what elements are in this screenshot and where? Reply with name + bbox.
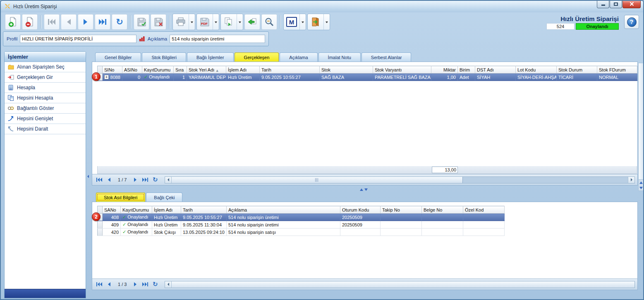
vscroll-up-arrow[interactable] <box>639 180 643 185</box>
col-oturum-kodu[interactable]: Oturum Kodu <box>340 206 381 214</box>
col-islem-adi[interactable]: İşlem Adı <box>226 66 260 74</box>
col-ozel-kod[interactable]: Özel Kod <box>463 206 505 214</box>
sidebar-item-gerceklesen-gir[interactable]: Gerçekleşen Gir <box>5 72 86 83</box>
print-button[interactable] <box>173 14 189 30</box>
tab-stok-asil-bilgileri[interactable]: Stok Asıl Bilgileri <box>96 193 145 202</box>
refresh-button[interactable]: ↻ <box>112 14 127 30</box>
horizontal-scrollbar[interactable] <box>165 176 635 183</box>
profil-input[interactable] <box>20 35 136 43</box>
col-takip-no[interactable]: Takip No <box>381 206 422 214</box>
tab-bagli-islemler[interactable]: Bağlı İşlemler <box>187 52 234 62</box>
col-aciklama[interactable]: Açıklama <box>227 206 340 214</box>
col-sano[interactable]: SANo <box>103 206 121 214</box>
pager-last-button[interactable] <box>141 280 150 288</box>
previous-record-button[interactable] <box>61 14 77 30</box>
col-asino[interactable]: ASINo <box>122 66 142 74</box>
vscroll-thumb[interactable] <box>639 63 643 180</box>
col-islem-adi[interactable]: İşlem Adı <box>152 206 181 214</box>
m-menu-dropdown[interactable] <box>299 14 306 30</box>
col-kayitdurumu[interactable]: KayıtDurumu <box>121 206 152 214</box>
col-stok-durum[interactable]: Stok Durum <box>557 66 597 74</box>
first-record-button[interactable] <box>44 14 60 30</box>
next-record-button[interactable] <box>78 14 93 30</box>
row-expander[interactable]: + <box>104 75 109 79</box>
copy-dropdown[interactable] <box>237 14 243 30</box>
exit-button[interactable] <box>308 14 323 30</box>
scrollbar-track[interactable] <box>463 177 628 183</box>
panel-splitter[interactable] <box>358 187 369 192</box>
help-button[interactable]: ? <box>624 15 639 29</box>
form-meta: Hızlı Üretim Siparişi 524 Onaylandı <box>546 14 619 30</box>
horizontal-scrollbar[interactable] <box>165 281 635 288</box>
tab-serbest-alanlar[interactable]: Serbest Alanlar <box>362 52 412 62</box>
scroll-left-arrow[interactable] <box>165 281 172 288</box>
sidebar-item-hesapla[interactable]: Hesapla <box>5 83 86 93</box>
col-stok-varyanti[interactable]: Stok Varyantı <box>373 66 431 74</box>
sidebar-item-baglantili-goster[interactable]: Bağlantılı Göster <box>5 103 86 114</box>
splitter-grip[interactable] <box>86 171 90 182</box>
save-button[interactable] <box>134 14 149 30</box>
maximize-button[interactable] <box>610 0 622 8</box>
pager-refresh-button[interactable]: ↻ <box>151 176 160 184</box>
col-tarih[interactable]: Tarih <box>181 206 227 214</box>
tab-genel-bilgiler[interactable]: Genel Bilgiler <box>95 52 141 62</box>
col-stok-yeri-adi[interactable]: Stok Yeri Adı▲ <box>187 66 226 74</box>
vertical-splitter[interactable] <box>86 51 90 298</box>
minimize-button[interactable] <box>597 0 609 8</box>
sub-grid-row[interactable]: 420 ✓Onaylandı Stok Çıkışı 13.05.2025 09… <box>98 229 505 236</box>
col-kayitdurumu[interactable]: KayıtDurumu <box>142 66 174 74</box>
scroll-right-arrow[interactable] <box>628 177 634 183</box>
col-miktar[interactable]: Miktar <box>431 66 458 74</box>
col-tarih[interactable]: Tarih <box>260 66 320 74</box>
copy-button[interactable] <box>221 14 237 30</box>
scrollbar-thumb[interactable] <box>172 177 462 183</box>
col-belge-no[interactable]: Belge No <box>422 206 463 214</box>
scrollbar-thumb[interactable] <box>172 281 634 288</box>
sidebar-item-alinan-siparisten-sec[interactable]: Alınan Siparişten Seç <box>5 62 86 72</box>
tab-stok-bilgileri[interactable]: Stok Bilgileri <box>142 52 186 62</box>
col-sira[interactable]: Sıra <box>174 66 187 74</box>
col-sino[interactable]: SINo <box>103 66 122 74</box>
delete-record-button[interactable] <box>22 14 38 30</box>
main-grid-row[interactable]: +8088 0 ✓Onaylandı 1 YARIMAMUL DEPO Hızl… <box>98 74 637 81</box>
sub-grid-row[interactable]: 408 ✓Onaylandı Hızlı Üretim 9.05.2025 10… <box>98 214 505 221</box>
pager-last-button[interactable] <box>141 176 150 184</box>
sidebar-item-hepsini-daralt[interactable]: Hepsini Daralt <box>5 124 86 134</box>
pager-prev-button[interactable] <box>105 280 114 288</box>
pager-next-button[interactable] <box>131 280 140 288</box>
print-dropdown[interactable] <box>189 14 195 30</box>
tab-imalat-notu[interactable]: İmalat Notu <box>318 52 361 62</box>
pager-next-button[interactable] <box>131 176 140 184</box>
sidebar-item-hepsini-genislet[interactable]: Hepsini Genişlet <box>5 114 86 124</box>
close-button[interactable] <box>622 0 641 8</box>
aciklama-input[interactable] <box>170 35 265 43</box>
col-stok[interactable]: Stok <box>320 66 373 74</box>
profile-lookup-icon[interactable] <box>139 36 145 43</box>
pager-first-button[interactable] <box>95 176 104 184</box>
col-stok-fdurum[interactable]: Stok FDurum <box>597 66 637 74</box>
tab-bagli-ceki[interactable]: Bağlı Çeki <box>146 193 182 202</box>
new-record-button[interactable] <box>5 14 21 30</box>
col-lot-kodu[interactable]: Lot Kodu <box>516 66 557 74</box>
last-record-button[interactable] <box>95 14 110 30</box>
sidebar-item-hepsini-hesapla[interactable]: Hepsini Hesapla <box>5 93 86 103</box>
m-menu-button[interactable]: M <box>284 14 299 30</box>
vscroll-down-arrow[interactable] <box>639 185 643 190</box>
sub-grid-row[interactable]: 409 ✓Onaylandı Hızlı Üretim 9.05.2025 11… <box>98 221 505 229</box>
pdf-dropdown[interactable] <box>213 14 219 30</box>
pager-prev-button[interactable] <box>105 176 114 184</box>
exit-dropdown[interactable] <box>323 14 330 30</box>
exit-door-icon <box>310 17 321 27</box>
search-button[interactable] <box>261 14 277 30</box>
col-birim[interactable]: Birim <box>458 66 475 74</box>
scroll-left-arrow[interactable] <box>165 177 172 183</box>
pdf-export-button[interactable]: PDF <box>197 14 213 30</box>
pager-first-button[interactable] <box>95 280 104 288</box>
vertical-scrollbar[interactable] <box>638 63 644 191</box>
back-button[interactable] <box>244 14 260 30</box>
tab-gerceklesen[interactable]: Gerçekleşen <box>235 52 279 62</box>
tab-aciklama[interactable]: Açıklama <box>280 52 317 62</box>
pager-refresh-button[interactable]: ↻ <box>151 280 160 288</box>
col-dst-adi[interactable]: DST Adı <box>475 66 516 74</box>
save-cancel-button[interactable] <box>151 14 166 30</box>
